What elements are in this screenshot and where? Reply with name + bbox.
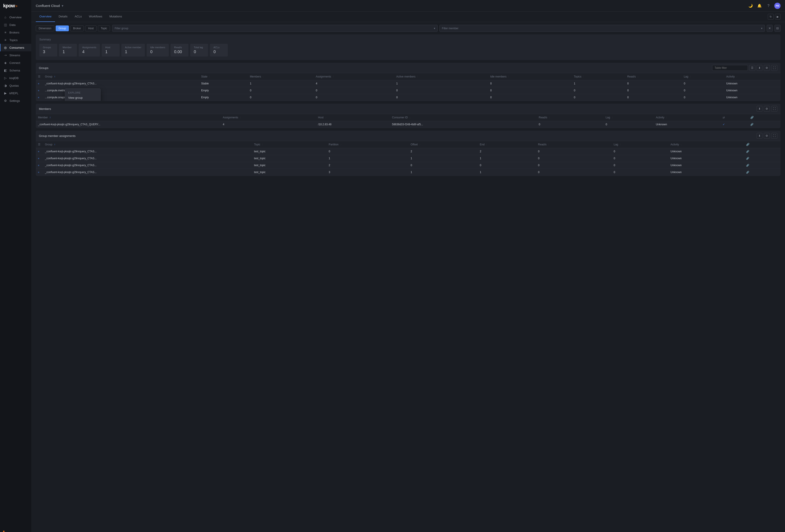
col-header-active-members[interactable]: Active members ⋮ (394, 73, 488, 80)
context-view-group[interactable]: View group (65, 95, 100, 101)
sidebar-item-topics[interactable]: ≡ Topics (0, 36, 31, 44)
sidebar-item-schema[interactable]: ◧ Schema (0, 66, 31, 74)
table-row[interactable]: ≡ ...compute.snapshots.v2 Empty 0 0 0 0 … (36, 94, 781, 101)
avatar[interactable]: PR (774, 3, 781, 9)
schema-icon: ◧ (4, 69, 7, 72)
sidebar-item-brokers[interactable]: ≡ Brokers (0, 29, 31, 36)
col-header-activity[interactable]: Activity ⋮ (668, 141, 744, 148)
groups-expand-button[interactable]: ⛶ (771, 65, 778, 71)
sidebar-item-overview[interactable]: ⌂ Overview (0, 14, 31, 21)
col-header-group[interactable]: Group ↑ (43, 73, 199, 80)
members-download-button[interactable]: ⬇ (757, 106, 762, 112)
refresh-button[interactable]: ↻ (768, 14, 774, 20)
col-header-idle-members[interactable]: Idle members ⋮ (488, 73, 572, 80)
tab-overview[interactable]: Overview (36, 11, 55, 22)
col-header-link[interactable]: 🔗 (748, 114, 781, 121)
pill-group[interactable]: Group (56, 25, 69, 31)
col-header-arrows[interactable]: ⇄ (720, 114, 748, 121)
members-table: Member ↑ Assignments ⋮ Host ⋮ Consumer I… (36, 114, 781, 128)
col-header-activity[interactable]: Activity ⋮ (654, 114, 720, 121)
play-button[interactable]: ▶ (775, 14, 781, 20)
col-header-assignments[interactable]: Assignments ⋮ (313, 73, 394, 80)
col-header-members[interactable]: Members ⋮ (248, 73, 313, 80)
sidebar-item-connect[interactable]: ◈ Connect (0, 59, 31, 66)
explore-label: Explore (65, 90, 100, 95)
members-expand-button[interactable]: ⛶ (771, 106, 778, 112)
col-header-reads[interactable]: Read/s ⋮ (536, 114, 603, 121)
filter-group-select[interactable]: Filter group ▾ (112, 25, 438, 32)
tab-workflows[interactable]: Workflows (85, 11, 106, 22)
col-header-link[interactable]: 🔗 (744, 141, 781, 148)
col-header-partition[interactable]: Partition ⋮ (327, 141, 409, 148)
sidebar-item-quotas[interactable]: ◑ Quotas (0, 82, 31, 89)
column-settings-button[interactable]: ⊟ (775, 25, 781, 32)
col-header-state[interactable]: State ⋮ (199, 73, 248, 80)
tab-mutations[interactable]: Mutations (106, 11, 125, 22)
summary-cards: Groups 3 Member 1 Assignments 4 Host 1 A… (39, 44, 777, 56)
filter-clear-button[interactable]: ✕ (767, 25, 773, 32)
sidebar-item-data[interactable]: ◫ Data (0, 21, 31, 29)
col-header-lag[interactable]: Lag ⋮ (603, 114, 654, 121)
table-row[interactable]: ≡ ...compute.metrics.v2 Empty 0 0 0 0 0 … (36, 87, 781, 94)
filter-member-select[interactable]: Filter member ▾ (439, 25, 765, 32)
table-row[interactable]: ≡ _confluent-ksql-pksqlc-g29nrquery_CTAS… (36, 148, 781, 155)
groups-table-filter[interactable] (712, 65, 748, 71)
col-header-consumer-id[interactable]: Consumer ID ⋮ (390, 114, 536, 121)
pill-topic[interactable]: Topic (98, 25, 110, 31)
sidebar-item-krepl[interactable]: ▶ kREPL (0, 89, 31, 97)
col-header-lag[interactable]: Lag ⋮ (611, 141, 668, 148)
col-header-reads[interactable]: Read/s ⋮ (536, 141, 611, 148)
col-header-reads[interactable]: Read/s ⋮ (625, 73, 682, 80)
groups-list-view-button[interactable]: ☰ (749, 65, 755, 71)
col-header-offset[interactable]: Offset ⋮ (408, 141, 477, 148)
help-icon[interactable]: ? (765, 3, 771, 9)
col-header-host[interactable]: Host ⋮ (316, 114, 390, 121)
theme-toggle-icon[interactable]: 🌙 (748, 3, 754, 9)
table-row[interactable]: ≡ _confluent-ksql-pksqlc-g29nrquery_CTAS… (36, 80, 781, 87)
col-header-assign[interactable]: Assignments ⋮ (221, 114, 316, 121)
table-row[interactable]: _confluent-ksql-pksqlc-g29nrquery_CTAS_Q… (36, 121, 781, 128)
ksqldb-icon: ▷ (4, 76, 7, 80)
brokers-icon: ≡ (4, 31, 7, 34)
pill-host[interactable]: Host (85, 25, 97, 31)
assignments-settings-button[interactable]: ⚙ (764, 133, 770, 139)
connect-icon: ◈ (4, 61, 7, 64)
col-header-group[interactable]: Group ↑ (43, 141, 252, 148)
sidebar-item-settings[interactable]: ⚙ Settings (0, 97, 31, 105)
assignments-expand-button[interactable]: ⛶ (771, 133, 778, 139)
tab-details[interactable]: Details (55, 11, 71, 22)
col-header-topics[interactable]: Topics ⋮ (572, 73, 625, 80)
pill-dimension[interactable]: Dimension (36, 25, 54, 31)
table-row[interactable]: ≡ _confluent-ksql-pksqlc-g29nrquery_CTAS… (36, 155, 781, 162)
topbar: Confluent Cloud ▾ 🌙 🔔 ? PR (31, 0, 785, 11)
settings-icon: ⚙ (4, 99, 7, 103)
groups-download-button[interactable]: ⬇ (757, 65, 762, 71)
col-header-menu[interactable]: ☰ (36, 141, 43, 148)
krepl-icon: ▶ (4, 91, 7, 95)
tab-acls[interactable]: ACLs (71, 11, 85, 22)
groups-table-actions: ☰ ⬇ ⚙ ⛶ (712, 65, 778, 71)
assignments-table: ☰ Group ↑ Topic ⋮ Partition ⋮ Offset ⋮ E… (36, 141, 781, 176)
summary-card-member: Member 1 (59, 44, 77, 56)
sidebar-item-streams[interactable]: ⇢ Streams (0, 51, 31, 59)
groups-table-title: Groups (39, 66, 49, 70)
notifications-icon[interactable]: 🔔 (756, 3, 763, 9)
chevron-down-icon: ▾ (62, 4, 64, 8)
table-row[interactable]: ≡ _confluent-ksql-pksqlc-g29nrquery_CTAS… (36, 162, 781, 169)
pill-broker[interactable]: Broker (70, 25, 84, 31)
groups-settings-button[interactable]: ⚙ (764, 65, 770, 71)
table-row[interactable]: ≡ _confluent-ksql-pksqlc-g29nrquery_CTAS… (36, 169, 781, 176)
filter-bar: Dimension Group Broker Host Topic Filter… (31, 22, 785, 34)
col-header-end[interactable]: End ⋮ (477, 141, 536, 148)
groups-table-header: Groups ☰ ⬇ ⚙ ⛶ (36, 63, 781, 73)
members-settings-button[interactable]: ⚙ (764, 106, 770, 112)
col-header-topic[interactable]: Topic ⋮ (252, 141, 327, 148)
sidebar-item-consumers[interactable]: ◎ Consumers (0, 44, 31, 51)
col-header-activity[interactable]: Activity ⋮ (724, 73, 781, 80)
cluster-selector[interactable]: Confluent Cloud ▾ (36, 4, 64, 8)
sidebar-item-ksqldb[interactable]: ▷ ksqlDB (0, 74, 31, 82)
col-header-menu[interactable]: ☰ (36, 73, 43, 80)
assignments-download-button[interactable]: ⬇ (757, 133, 762, 139)
col-header-member[interactable]: Member ↑ (36, 114, 221, 121)
col-header-lag[interactable]: Lag ⋮ (682, 73, 724, 80)
